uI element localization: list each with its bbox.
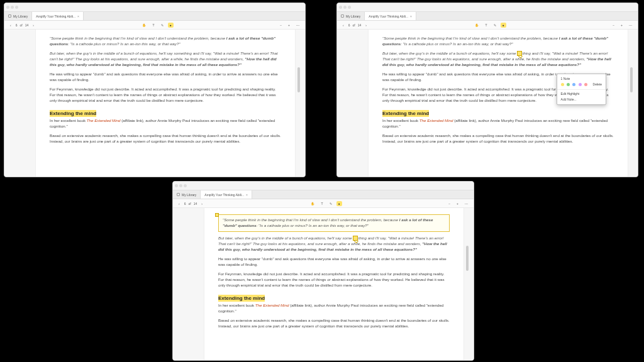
- color-yellow[interactable]: [561, 83, 564, 86]
- nav-prev-button[interactable]: ‹: [177, 201, 182, 206]
- toolbar: ‹ 6 of 14 › ✋ T ✎ ● − + ⋯: [4, 21, 305, 30]
- tab-bar: My Library Amplify Your Thinking Abili..…: [173, 190, 474, 199]
- sticky-note-icon[interactable]: [353, 236, 358, 241]
- sticky-note-icon[interactable]: [517, 51, 522, 56]
- left-gutter: [173, 208, 204, 360]
- annotation-marker-icon[interactable]: [215, 213, 219, 217]
- content-area: "Some people think in the beginning that…: [173, 208, 474, 360]
- nav-prev-button[interactable]: ‹: [8, 23, 13, 28]
- tab-library[interactable]: My Library: [4, 12, 32, 20]
- tab-library[interactable]: My Library: [173, 190, 201, 199]
- tab-bar: My Library Amplify Your Thinking Abili..…: [337, 12, 638, 21]
- tab-library[interactable]: My Library: [337, 12, 365, 20]
- document-page[interactable]: "Some people think in the beginning that…: [369, 30, 628, 177]
- page-of-label: of: [19, 23, 22, 27]
- nav-next-button[interactable]: ›: [199, 201, 204, 206]
- color-red[interactable]: [584, 83, 587, 86]
- popup-delete[interactable]: Delete: [593, 82, 602, 86]
- titlebar: [337, 3, 638, 12]
- document-page[interactable]: "Some people think in the beginning that…: [36, 30, 295, 177]
- tab-document[interactable]: Amplify Your Thinking Abili...×: [201, 190, 252, 199]
- content-area: "Some people think in the beginning that…: [4, 30, 305, 177]
- highlight-tool[interactable]: ✎: [159, 23, 165, 28]
- titlebar: [173, 182, 474, 190]
- content-area: "Some people think in the beginning that…: [337, 30, 638, 177]
- left-gutter: [4, 30, 36, 177]
- zoom-out-button[interactable]: −: [447, 201, 452, 206]
- pan-tool[interactable]: ✋: [140, 23, 148, 28]
- scrollbar[interactable]: [628, 30, 638, 177]
- nav-next-button[interactable]: ›: [31, 23, 36, 28]
- tab-document[interactable]: Amplify Your Thinking Abili...×: [365, 12, 416, 20]
- color-picker[interactable]: ●: [501, 23, 506, 28]
- scrollbar[interactable]: [295, 30, 305, 177]
- more-icon[interactable]: ⋯: [294, 23, 301, 28]
- highlight-tool[interactable]: ✎: [492, 23, 498, 28]
- section-heading: Extending the mind: [382, 110, 429, 118]
- book-link[interactable]: The Extended Mind: [255, 303, 289, 307]
- traffic-lights[interactable]: [339, 6, 351, 9]
- color-picker[interactable]: ●: [336, 201, 342, 206]
- library-icon: [177, 193, 180, 196]
- page-total: 14: [25, 23, 29, 27]
- zoom-in-button[interactable]: +: [619, 23, 625, 28]
- select-tool[interactable]: T: [483, 23, 489, 28]
- pan-tool[interactable]: ✋: [309, 201, 316, 206]
- zoom-out-button[interactable]: −: [611, 23, 616, 28]
- popup-edit-highlight[interactable]: Edit Highlight: [557, 89, 606, 97]
- scroll-thumb[interactable]: [297, 67, 300, 92]
- highlight-tool[interactable]: ✎: [328, 201, 334, 206]
- toolbar: ‹ 6 of 14 › ✋ T ✎ ● − + ⋯: [337, 21, 638, 30]
- zoom-in-button[interactable]: +: [286, 23, 292, 28]
- reader-window-3: My Library Amplify Your Thinking Abili..…: [172, 181, 474, 361]
- color-purple[interactable]: [579, 83, 582, 86]
- reader-window-2: My Library Amplify Your Thinking Abili..…: [336, 3, 638, 177]
- color-picker[interactable]: ●: [168, 23, 174, 28]
- book-link[interactable]: The Extended Mind: [419, 118, 453, 123]
- section-heading: Extending the mind: [218, 295, 265, 302]
- highlighted-quote[interactable]: "Some people think in the beginning that…: [218, 214, 450, 232]
- library-icon: [8, 14, 11, 18]
- color-blue[interactable]: [572, 83, 575, 86]
- popup-header: 1 Note: [557, 76, 606, 82]
- popup-add-note[interactable]: Add Note...: [557, 97, 606, 102]
- select-tool[interactable]: T: [319, 201, 325, 206]
- book-link[interactable]: The Extended Mind: [87, 118, 121, 123]
- select-tool[interactable]: T: [150, 23, 156, 28]
- tab-label: Amplify Your Thinking Abili...: [36, 14, 75, 18]
- scroll-thumb[interactable]: [630, 67, 633, 92]
- pan-tool[interactable]: ✋: [473, 23, 480, 28]
- titlebar: [4, 3, 305, 12]
- more-icon[interactable]: ⋯: [463, 201, 470, 206]
- close-icon[interactable]: ×: [410, 14, 412, 18]
- reader-window-1: My Library Amplify Your Thinking Abili..…: [4, 3, 306, 177]
- zoom-in-button[interactable]: +: [455, 201, 460, 206]
- close-icon[interactable]: ×: [246, 193, 248, 197]
- more-icon[interactable]: ⋯: [627, 23, 634, 28]
- scrollbar[interactable]: [464, 208, 474, 360]
- nav-prev-button[interactable]: ‹: [341, 23, 346, 28]
- left-gutter: [337, 30, 369, 177]
- page-current: 6: [16, 23, 18, 27]
- tab-bar: My Library Amplify Your Thinking Abili..…: [4, 12, 305, 21]
- nav-next-button[interactable]: ›: [364, 23, 369, 28]
- traffic-lights[interactable]: [6, 6, 18, 9]
- close-icon[interactable]: ×: [77, 14, 79, 18]
- section-heading: Extending the mind: [50, 110, 96, 118]
- scroll-thumb[interactable]: [466, 246, 469, 271]
- tab-document[interactable]: Amplify Your Thinking Abili...×: [32, 12, 84, 20]
- annotation-popup: 1 Note Delete Edit Highlight Add Note...: [557, 74, 606, 105]
- zoom-out-button[interactable]: −: [278, 23, 284, 28]
- color-green[interactable]: [567, 83, 570, 86]
- toolbar: ‹ 6 of 14 › ✋ T ✎ ● − + ⋯: [173, 199, 474, 208]
- document-page[interactable]: "Some people think in the beginning that…: [204, 208, 464, 360]
- library-icon: [341, 14, 344, 18]
- popup-colors: Delete: [557, 82, 606, 87]
- traffic-lights[interactable]: [175, 184, 187, 187]
- tab-label: My Library: [13, 14, 28, 18]
